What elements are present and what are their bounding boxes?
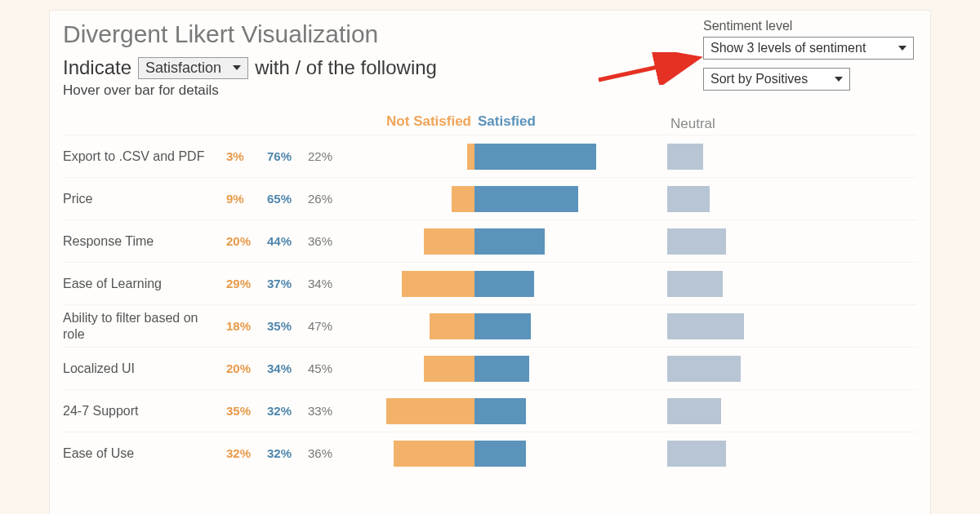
legend-positive: Satisfied — [474, 113, 635, 130]
pct-negative: 20% — [226, 234, 267, 248]
sort-dropdown[interactable]: Sort by Positives — [703, 68, 850, 91]
table-row: Ability to filter based on role18%35%47% — [63, 304, 917, 347]
pct-positive: 37% — [267, 277, 308, 290]
pct-neutral: 36% — [308, 446, 349, 460]
diverging-bar[interactable] — [349, 356, 635, 382]
legend-negative: Not Satisfied — [349, 113, 474, 130]
likert-chart: Not SatisfiedSatisfiedNeutralExport to .… — [63, 113, 917, 474]
row-label: Ability to filter based on role — [63, 310, 226, 341]
pct-neutral: 34% — [308, 277, 349, 290]
sort-value: Sort by Positives — [710, 72, 808, 86]
row-label: Ease of Learning — [63, 276, 226, 291]
row-label: 24-7 Support — [63, 403, 226, 419]
neutral-bar[interactable] — [667, 144, 831, 170]
table-row: Localized UI20%34%45% — [63, 347, 917, 389]
table-row: Ease of Learning29%37%34% — [63, 262, 917, 304]
row-label: Ease of Use — [63, 445, 226, 461]
sentiment-level-value: Show 3 levels of sentiment — [710, 41, 866, 55]
neutral-bar[interactable] — [667, 313, 831, 339]
pct-neutral: 33% — [308, 404, 349, 418]
pct-neutral: 45% — [308, 361, 349, 375]
pct-neutral: 36% — [308, 234, 349, 248]
pct-neutral: 26% — [308, 192, 349, 206]
pct-negative: 3% — [226, 149, 267, 163]
diverging-bar[interactable] — [349, 271, 635, 297]
legend-neutral: Neutral — [667, 116, 831, 132]
pct-positive: 44% — [267, 234, 308, 248]
row-label: Export to .CSV and PDF — [63, 148, 226, 164]
dashboard-panel: Divergent Likert Visualization Sentiment… — [49, 10, 931, 514]
row-label: Response Time — [63, 233, 226, 249]
pct-positive: 34% — [267, 361, 308, 375]
diverging-bar[interactable] — [349, 228, 635, 255]
metric-value: Satisfaction — [145, 60, 221, 77]
pct-negative: 32% — [226, 446, 267, 460]
table-row: Price9%65%26% — [63, 177, 917, 219]
neutral-bar[interactable] — [667, 356, 831, 382]
pct-neutral: 22% — [308, 149, 349, 163]
table-row: 24-7 Support35%32%33% — [63, 389, 917, 432]
pct-positive: 76% — [267, 149, 308, 163]
diverging-bar[interactable] — [349, 398, 635, 424]
pct-positive: 32% — [267, 446, 308, 460]
table-row: Export to .CSV and PDF3%76%22% — [63, 135, 917, 177]
chevron-down-icon — [233, 65, 241, 70]
neutral-bar[interactable] — [667, 398, 831, 424]
pct-positive: 32% — [267, 404, 308, 418]
diverging-bar[interactable] — [349, 313, 635, 339]
chevron-down-icon — [898, 46, 906, 51]
pct-negative: 18% — [226, 319, 267, 333]
chart-header: Not SatisfiedSatisfiedNeutral — [63, 113, 917, 135]
diverging-bar[interactable] — [349, 186, 635, 212]
sentiment-level-dropdown[interactable]: Show 3 levels of sentiment — [703, 37, 914, 60]
table-row: Response Time20%44%36% — [63, 219, 917, 262]
neutral-bar[interactable] — [667, 271, 831, 297]
pct-negative: 20% — [226, 361, 267, 375]
subhead-before: Indicate — [63, 56, 131, 79]
metric-dropdown[interactable]: Satisfaction — [138, 57, 248, 79]
diverging-bar[interactable] — [349, 144, 635, 170]
diverging-bar[interactable] — [349, 441, 635, 467]
neutral-bar[interactable] — [667, 228, 831, 255]
table-row: Ease of Use32%32%36% — [63, 432, 917, 474]
subhead-after: with / of the following — [255, 56, 437, 79]
controls-top: Sentiment level Show 3 levels of sentime… — [703, 19, 915, 91]
pct-negative: 35% — [226, 404, 267, 418]
pct-neutral: 47% — [308, 319, 349, 333]
pct-positive: 35% — [267, 319, 308, 333]
neutral-bar[interactable] — [667, 441, 831, 467]
row-label: Price — [63, 191, 226, 206]
chevron-down-icon — [835, 77, 843, 82]
pct-positive: 65% — [267, 192, 308, 206]
row-label: Localized UI — [63, 361, 226, 376]
pct-negative: 9% — [226, 192, 267, 206]
sentiment-level-label: Sentiment level — [703, 19, 915, 33]
pct-negative: 29% — [226, 277, 267, 290]
neutral-bar[interactable] — [667, 186, 831, 212]
